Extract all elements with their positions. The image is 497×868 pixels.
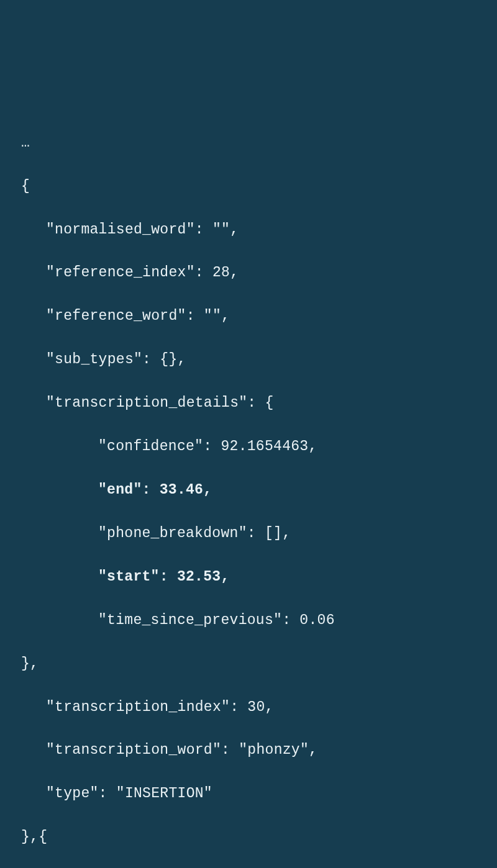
kv-normalised-word: "normalised_word": "", <box>21 219 476 241</box>
kv-transcription-word: "transcription_word": "phonzy", <box>21 739 476 761</box>
kv-transcription-index: "transcription_index": 30, <box>21 697 476 718</box>
kv-reference-word: "reference_word": "", <box>21 305 476 327</box>
kv-sub-types: "sub_types": {}, <box>21 349 476 371</box>
kv-start: "start": 32.53, <box>21 566 476 588</box>
kv-time-since-previous: "time_since_previous": 0.06 <box>21 610 476 631</box>
kv-transcription-details-open: "transcription_details": { <box>21 392 476 414</box>
kv-end: "end": 33.46, <box>21 479 476 501</box>
brace-open: { <box>21 176 476 197</box>
json-code-block: … { "normalised_word": "", "reference_in… <box>21 111 476 868</box>
kv-type: "type": "INSERTION" <box>21 783 476 805</box>
kv-confidence: "confidence": 92.1654463, <box>21 436 476 458</box>
td-brace-close: }, <box>21 653 476 675</box>
ellipsis-top: … <box>21 132 476 154</box>
kv-reference-index: "reference_index": 28, <box>21 262 476 284</box>
kv-phone-breakdown: "phone_breakdown": [], <box>21 523 476 545</box>
object-separator: },{ <box>21 826 476 848</box>
